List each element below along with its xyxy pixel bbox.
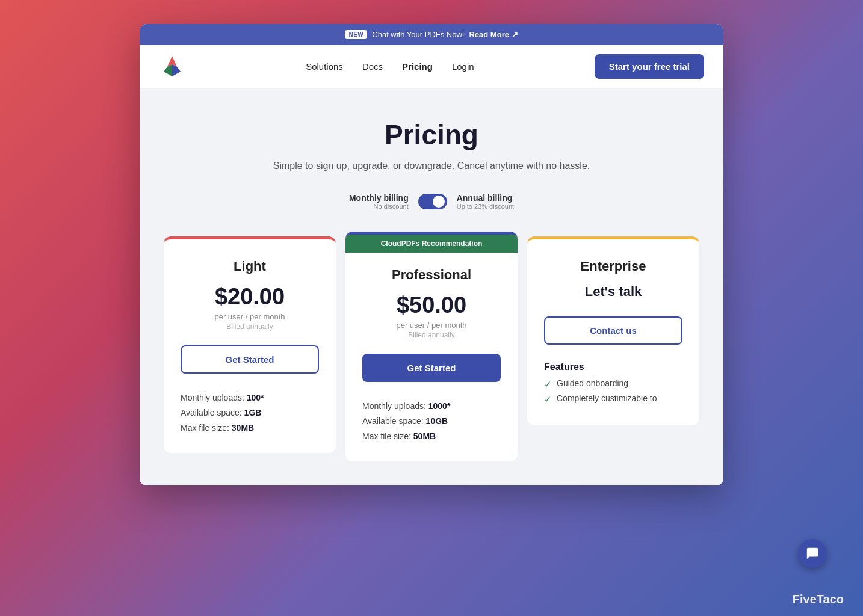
chat-button[interactable]	[798, 539, 827, 568]
billing-toggle: Monthly billing No discount Annual billi…	[159, 193, 704, 210]
contact-us-button[interactable]: Contact us	[544, 316, 682, 345]
plan-name-light: Light	[181, 259, 319, 274]
plan-price-light: $20.00	[181, 284, 319, 310]
recommendation-badge: CloudPDFs Recommendation	[345, 235, 518, 253]
navbar: Solutions Docs Pricing Login Start your …	[140, 45, 723, 88]
billing-toggle-switch[interactable]	[418, 194, 447, 209]
plan-features-professional: Monthly uploads: 1000* Available space: …	[362, 399, 501, 445]
nav-solutions[interactable]: Solutions	[306, 61, 343, 72]
feature-item-1: ✓ Guided onboarding	[544, 378, 682, 390]
annual-billing-label: Annual billing Up to 23% discount	[457, 193, 514, 210]
plan-name-professional: Professional	[362, 267, 501, 283]
nav-pricing[interactable]: Pricing	[402, 61, 433, 72]
pricing-subtitle: Simple to sign up, upgrade, or downgrade…	[159, 161, 704, 171]
feature-item-2: ✓ Completely custimizable to	[544, 393, 682, 405]
check-icon-1: ✓	[544, 379, 552, 390]
main-window: NEW Chat with Your PDFs Now! Read More ↗…	[140, 24, 723, 485]
announcement-link[interactable]: Read More ↗	[469, 30, 518, 39]
start-trial-button[interactable]: Start your free trial	[595, 54, 704, 79]
logo-icon	[159, 54, 185, 80]
plan-features-light: Monthly uploads: 100* Available space: 1…	[181, 390, 319, 436]
plan-billed-professional: Billed annually	[362, 331, 501, 339]
get-started-professional-button[interactable]: Get Started	[362, 354, 501, 382]
chat-icon	[806, 547, 819, 560]
check-icon-2: ✓	[544, 394, 552, 405]
get-started-light-button[interactable]: Get Started	[181, 345, 319, 374]
pricing-cards: Light $20.00 per user / per month Billed…	[159, 236, 704, 461]
logo[interactable]	[159, 54, 185, 80]
announcement-bar: NEW Chat with Your PDFs Now! Read More ↗	[140, 24, 723, 45]
features-title: Features	[544, 362, 682, 372]
page-title: Pricing	[159, 119, 704, 151]
main-content: Pricing Simple to sign up, upgrade, or d…	[140, 88, 723, 485]
plan-name-enterprise: Enterprise	[544, 259, 682, 274]
new-badge: NEW	[345, 30, 367, 39]
plan-price-professional: $50.00	[362, 292, 501, 318]
plan-lets-talk: Let's talk	[544, 284, 682, 300]
plan-card-light: Light $20.00 per user / per month Billed…	[164, 236, 336, 453]
plan-card-enterprise: Enterprise Let's talk Contact us Feature…	[527, 236, 699, 425]
monthly-billing-label: Monthly billing No discount	[349, 193, 409, 210]
plan-card-professional: CloudPDFs Recommendation Professional $5…	[345, 232, 518, 461]
plan-billed-light: Billed annually	[181, 322, 319, 331]
toggle-knob	[433, 196, 445, 208]
footer-watermark: FiveTaco	[793, 593, 844, 606]
announcement-text: Chat with Your PDFs Now!	[372, 30, 464, 39]
nav-links: Solutions Docs Pricing Login	[306, 61, 474, 72]
nav-login[interactable]: Login	[452, 61, 474, 72]
plan-price-note-professional: per user / per month	[362, 321, 501, 330]
plan-price-note-light: per user / per month	[181, 312, 319, 321]
nav-docs[interactable]: Docs	[362, 61, 383, 72]
